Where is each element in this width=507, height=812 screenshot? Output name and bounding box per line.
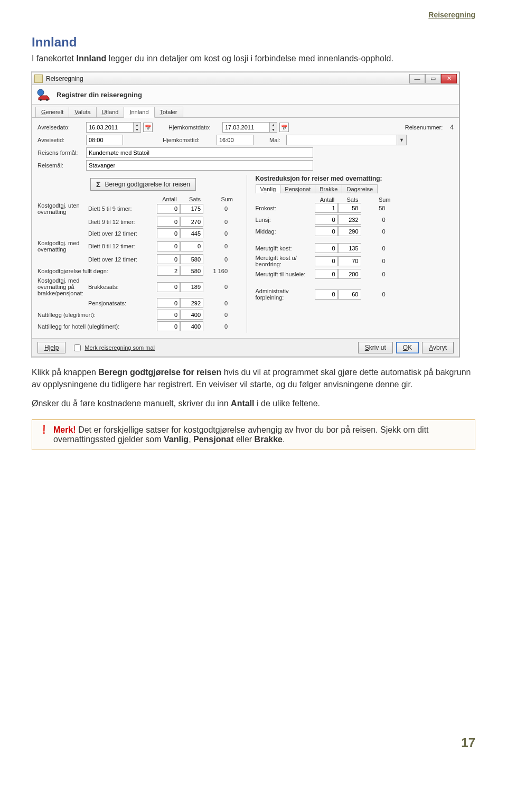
app-icon — [34, 74, 43, 83]
merk-mal-checkbox[interactable]: Merk reiseregning som mal — [72, 343, 155, 353]
dropdown-mal[interactable]: ▼ — [286, 135, 407, 145]
input-sats[interactable] — [180, 310, 203, 320]
input-antall[interactable] — [157, 228, 180, 238]
value-sum: 0 — [361, 228, 387, 235]
maximize-button[interactable]: ▭ — [425, 74, 441, 83]
input-hjemkomsttid[interactable] — [217, 135, 253, 145]
input-sats[interactable] — [338, 214, 361, 225]
input-antall[interactable] — [315, 256, 338, 266]
input-sats[interactable] — [338, 256, 361, 266]
input-antall[interactable] — [315, 290, 338, 300]
input-antall[interactable] — [157, 204, 180, 214]
input-reisens-formal[interactable] — [86, 147, 313, 158]
form-area: Avreisedato: ▲▼ 📅 Hjemkomstdato: ▲▼ 📅 Re… — [32, 118, 459, 338]
input-sats[interactable] — [338, 243, 361, 253]
input-sats[interactable] — [180, 228, 203, 238]
tab-valuta[interactable]: Valuta — [69, 107, 96, 117]
input-antall[interactable] — [315, 226, 338, 236]
note-brakke: Brakke — [255, 435, 283, 444]
col-header-antall: Antall — [157, 196, 182, 202]
label-diett-9-12: Diett 9 til 12 timer: — [88, 219, 157, 225]
sub-header: Registrer din reiseregning — [32, 85, 459, 105]
input-sats[interactable] — [180, 254, 203, 264]
input-reisemal[interactable] — [86, 160, 313, 171]
input-sats[interactable] — [180, 241, 203, 251]
beregn-button[interactable]: Σ Beregn godtgjørelse for reisen — [90, 178, 196, 191]
spinner-hjemkomstdato[interactable]: ▲▼ — [270, 122, 277, 133]
input-antall[interactable] — [157, 310, 180, 320]
input-sats[interactable] — [180, 298, 203, 308]
input-sats[interactable] — [338, 226, 361, 236]
label-pensjonatsats: Pensjonatsats: — [88, 300, 157, 306]
calendar-icon[interactable]: 📅 — [143, 123, 153, 132]
rcol-header-sum: Sum — [365, 197, 391, 203]
label-merutgift-kost-ub: Merutgift kost u/ beordring: — [256, 255, 315, 267]
section-title-innland: Innland — [32, 35, 475, 50]
avbryt-button[interactable]: Avbryt — [422, 342, 454, 353]
input-antall[interactable] — [157, 321, 180, 331]
minimize-button[interactable]: — — [409, 74, 425, 83]
rcol-header-sats: Sats — [340, 197, 365, 203]
intro-text-a: I fanekortet — [32, 54, 77, 63]
label-diett-over-12a: Diett over 12 timer: — [88, 230, 157, 237]
reiseregning-window: Reiseregning — ▭ ✕ Registrer din reisere… — [32, 72, 459, 357]
rcol-header-antall: Antall — [315, 197, 340, 203]
checkbox-input[interactable] — [74, 344, 81, 351]
right-column: Kostreduksjon for reiser med overnatting… — [247, 175, 454, 333]
input-antall[interactable] — [315, 269, 338, 279]
spinner-avreisedato[interactable]: ▲▼ — [134, 122, 141, 133]
ktab-brakke[interactable]: Brakke — [315, 184, 342, 193]
note-merk: Merk! — [53, 425, 76, 434]
input-sats[interactable] — [338, 203, 361, 213]
ktab-dagsreise[interactable]: Dagsreise — [342, 184, 378, 193]
tab-generelt[interactable]: Generelt — [35, 107, 69, 117]
paragraph-3: Ønsker du å føre kostnadene manuelt, skr… — [32, 398, 475, 409]
input-hjemkomstdato[interactable] — [222, 122, 270, 133]
input-antall[interactable] — [157, 282, 180, 292]
ktab-vanlig[interactable]: Vanlig — [256, 184, 281, 193]
beregn-button-label: Beregn godtgjørelse for reisen — [105, 181, 190, 188]
input-antall[interactable] — [157, 266, 180, 276]
input-avreisedato[interactable] — [86, 122, 134, 133]
input-antall[interactable] — [315, 214, 338, 225]
ktab-pensjonat[interactable]: Pensjonat — [280, 184, 315, 193]
value-sum: 1 160 — [203, 268, 229, 274]
value-sum: 0 — [203, 256, 229, 263]
input-avreisetid[interactable] — [86, 135, 123, 145]
input-antall[interactable] — [315, 243, 338, 253]
input-sats[interactable] — [338, 269, 361, 279]
calendar-icon[interactable]: 📅 — [279, 123, 289, 132]
input-antall[interactable] — [157, 298, 180, 308]
tab-innland[interactable]: Innland — [124, 107, 154, 118]
intro-text-c: legger du inn detaljer om kost og losji … — [106, 54, 393, 63]
input-sats[interactable] — [180, 217, 203, 227]
input-sats[interactable] — [180, 321, 203, 331]
close-button[interactable]: ✕ — [441, 74, 457, 83]
input-antall[interactable] — [157, 254, 180, 264]
tab-utland[interactable]: Utland — [96, 107, 125, 117]
input-antall[interactable] — [315, 203, 338, 213]
chevron-down-icon[interactable]: ▼ — [397, 135, 407, 145]
value-sum: 0 — [203, 219, 229, 225]
value-reisenummer: 4 — [450, 124, 454, 131]
svg-point-2 — [46, 99, 48, 101]
input-sats[interactable] — [180, 282, 203, 292]
p2-b: Beregn godtgjørelse for reisen — [98, 368, 221, 377]
value-sum: 0 — [203, 284, 229, 290]
value-sum: 0 — [203, 312, 229, 318]
label-kostreduksjon: Kostreduksjon for reiser med overnatting… — [256, 175, 454, 182]
value-sum: 58 — [361, 205, 387, 211]
input-antall[interactable] — [157, 217, 180, 227]
hjelp-button[interactable]: Hjelp — [37, 342, 65, 353]
input-antall[interactable] — [157, 241, 180, 251]
label-reisenummer: Reisenummer: — [405, 124, 445, 130]
value-sum: 0 — [361, 271, 387, 277]
label-hjemkomstdato: Hjemkomstdato: — [168, 124, 222, 130]
input-sats[interactable] — [338, 290, 361, 300]
input-sats[interactable] — [180, 266, 203, 276]
input-sats[interactable] — [180, 204, 203, 214]
skriv-ut-button[interactable]: Skriv ut — [358, 342, 393, 353]
tab-totaler[interactable]: Totaler — [154, 107, 183, 117]
p3-b: Antall — [231, 399, 254, 408]
ok-button[interactable]: OK — [396, 342, 419, 353]
